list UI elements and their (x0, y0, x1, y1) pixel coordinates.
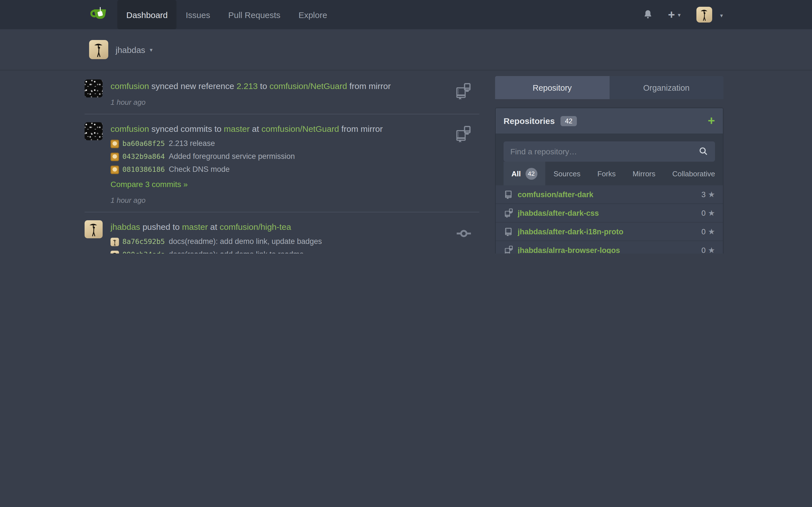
commit-hash-link[interactable]: 8a76c592b5 (122, 235, 165, 248)
repo-list-item: comfusion/after-dark 3 ★ (496, 185, 723, 203)
feed-ref-link[interactable]: master (182, 222, 208, 231)
committer-avatar[interactable] (110, 152, 119, 161)
plus-icon: + (668, 9, 675, 20)
commit-message: Check DNS mode (169, 163, 230, 176)
committer-avatar[interactable] (110, 139, 119, 148)
create-new-menu[interactable]: + ▾ (668, 9, 680, 20)
top-navbar: Dashboard Issues Pull Requests Explore +… (0, 0, 812, 29)
repo-stars: 3 ★ (702, 190, 715, 199)
actor-avatar[interactable] (85, 122, 103, 140)
feed-title-text: pushed to (140, 222, 182, 231)
feed-item-body: jhabdas pushed to master at comfusion/hi… (110, 219, 446, 253)
repo-link[interactable]: jhabdas/after-dark-css (518, 209, 599, 217)
feed-ref-link[interactable]: comfusion (110, 81, 149, 91)
committer-avatar[interactable] (110, 165, 119, 174)
commit-message: Added foreground service permission (169, 151, 295, 163)
nav-item-explore[interactable]: Explore (290, 0, 336, 29)
feed-item: jhabdas pushed to master at comfusion/hi… (85, 212, 479, 253)
feed-title: comfusion synced commits to master at co… (110, 123, 444, 134)
actor-avatar[interactable] (85, 220, 103, 238)
commit-hash-link[interactable]: 0432b9a864 (122, 151, 165, 163)
feed-title-text: synced commits to (149, 124, 224, 133)
repo-stars: 0 ★ (702, 227, 715, 236)
repo-search-input[interactable] (504, 142, 715, 162)
panel-tabs: Repository Organization (495, 76, 723, 99)
commit-message: docs(readme): add demo link, update badg… (169, 235, 322, 248)
gitea-logo[interactable] (89, 7, 109, 22)
repositories-box: Repositories 42 + All 42 Sources (495, 108, 723, 253)
feed-item-body: comfusion synced new reference 2.213 to … (110, 78, 444, 107)
star-icon: ★ (708, 190, 715, 199)
tab-organization[interactable]: Organization (609, 76, 723, 99)
feed-title-text: from mirror (347, 81, 391, 91)
filter-mirrors[interactable]: Mirrors (624, 162, 664, 185)
tea-cup-icon (89, 7, 109, 22)
feed-ref-link[interactable]: comfusion (110, 124, 149, 133)
repositories-title: Repositories (504, 116, 555, 126)
star-icon: ★ (708, 227, 715, 236)
commit-hash-link[interactable]: 090cb34ede (122, 248, 165, 253)
feed-title-text: synced new reference (149, 81, 237, 91)
committer-avatar[interactable] (110, 250, 119, 253)
repo-stars: 0 ★ (702, 209, 715, 217)
repositories-count-badge: 42 (560, 116, 577, 126)
commit-row: 0810386186 Check DNS mode (110, 163, 444, 176)
notifications-button[interactable] (642, 8, 653, 21)
feed-title-text: from mirror (339, 124, 383, 133)
repo-search-section: All 42 Sources Forks Mirrors Collaborati… (496, 133, 723, 185)
search-icon[interactable] (698, 146, 709, 157)
feed-ref-link[interactable]: jhabdas (110, 222, 140, 231)
commit-hash-link[interactable]: ba60a68f25 (122, 137, 165, 150)
feed-title: comfusion synced new reference 2.213 to … (110, 80, 444, 91)
user-menu-toggle[interactable]: ▾ (720, 10, 723, 20)
add-repository-button[interactable]: + (708, 115, 715, 126)
commit-hash-link[interactable]: 0810386186 (122, 163, 165, 176)
commit-row: 8a76c592b5 docs(readme): add demo link, … (110, 235, 446, 248)
commit-list: 8a76c592b5 docs(readme): add demo link, … (110, 235, 446, 253)
nav-item-issues[interactable]: Issues (177, 0, 219, 29)
repo-link[interactable]: comfusion/after-dark (518, 190, 594, 199)
star-icon: ★ (708, 245, 715, 253)
activity-feed: comfusion synced new reference 2.213 to … (85, 71, 495, 253)
umbrella-man-avatar (696, 7, 712, 22)
filter-forks[interactable]: Forks (589, 162, 624, 185)
mirror-icon (454, 83, 471, 100)
feed-ref-link[interactable]: comfusion/NetGuard (269, 81, 347, 91)
user-avatar[interactable] (696, 7, 712, 22)
repo-list-item: jhabdas/after-dark-css 0 ★ (496, 203, 723, 222)
star-count: 0 (702, 227, 706, 236)
filter-all[interactable]: All 42 (504, 162, 545, 185)
filter-collaborative[interactable]: Collaborative (664, 162, 723, 185)
feed-ref-link[interactable]: master (224, 124, 250, 133)
repo-icon (504, 227, 513, 236)
nav-item-pull-requests[interactable]: Pull Requests (219, 0, 290, 29)
repo-filter-tabs: All 42 Sources Forks Mirrors Collaborati… (504, 162, 715, 185)
feed-ref-link[interactable]: comfusion/high-tea (220, 222, 291, 231)
repo-link[interactable]: jhabdas/alrra-browser-logos (518, 246, 620, 253)
navbar-right: + ▾ ▾ (642, 7, 723, 22)
bell-icon (642, 8, 653, 21)
feed-ref-link[interactable]: 2.213 (237, 81, 258, 91)
committer-avatar[interactable] (110, 237, 119, 246)
fork-icon (504, 208, 513, 218)
nav-item-dashboard[interactable]: Dashboard (117, 0, 177, 29)
filter-all-label: All (511, 169, 521, 178)
filter-sources[interactable]: Sources (545, 162, 589, 185)
caret-down-icon: ▾ (720, 12, 723, 18)
context-username: jhabdas (116, 45, 145, 54)
feed-title-text: to (258, 81, 269, 91)
compare-commits-link[interactable]: Compare 3 commits » (110, 179, 188, 189)
repo-link[interactable]: jhabdas/after-dark-i18n-proto (518, 227, 623, 236)
feed-ref-link[interactable]: comfusion/NetGuard (261, 124, 339, 133)
commit-message: docs(readme): add demo link to readme (169, 248, 304, 253)
tab-repository[interactable]: Repository (495, 76, 609, 99)
context-switcher[interactable]: jhabdas ▾ (116, 45, 153, 54)
feed-item-body: comfusion synced commits to master at co… (110, 121, 444, 205)
repositories-header: Repositories 42 + (496, 108, 723, 133)
actor-avatar[interactable] (85, 79, 103, 98)
commit-icon (456, 226, 471, 241)
mirror-icon (454, 126, 471, 143)
star-count: 0 (702, 246, 706, 253)
context-avatar[interactable] (89, 40, 108, 59)
commit-row: 0432b9a864 Added foreground service perm… (110, 151, 444, 163)
